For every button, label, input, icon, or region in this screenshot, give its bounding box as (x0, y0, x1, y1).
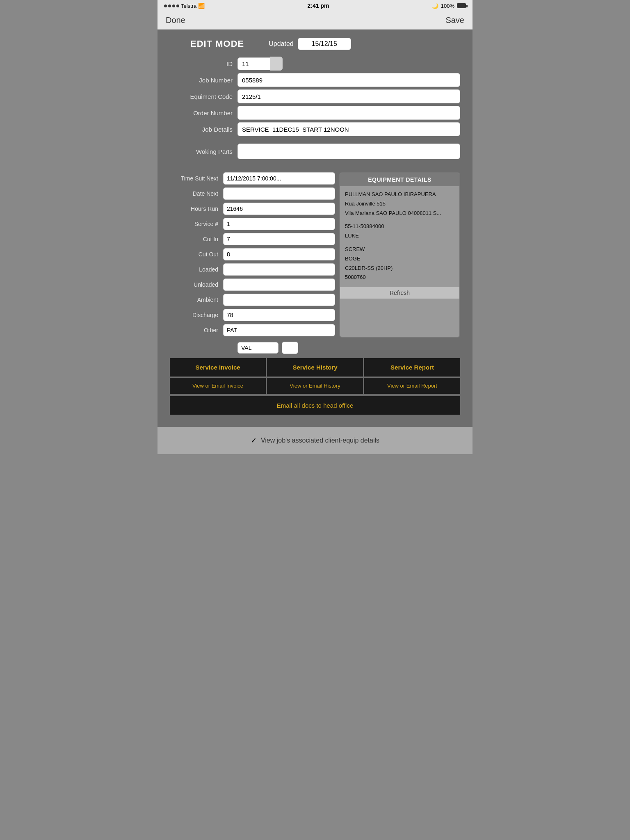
view-email-history-button[interactable]: View or Email History (267, 378, 363, 394)
action-primary-grid: Service Invoice Service History Service … (170, 358, 460, 377)
equip-line6: SCREW (345, 245, 454, 254)
order-number-input[interactable] (237, 106, 460, 120)
date-next-row: Date Next (170, 187, 335, 200)
equipment-details-body: PULLMAN SAO PAULO IBIRAPUERA Rua Joinvil… (340, 186, 459, 287)
ambient-input[interactable] (223, 294, 335, 306)
hours-run-row: Hours Run (170, 203, 335, 215)
left-column: Time Suit Next Date Next Hours Run Servi… (170, 172, 335, 338)
equip-line5: LUKE (345, 232, 454, 240)
working-parts-label: Woking Parts (170, 148, 237, 155)
service-invoice-button[interactable]: Service Invoice (170, 358, 266, 377)
unloaded-row: Unloaded (170, 278, 335, 291)
carrier-label: Telstra (181, 3, 196, 9)
equipment-code-input[interactable] (237, 89, 460, 103)
equip-line1: PULLMAN SAO PAULO IBIRAPUERA (345, 190, 454, 199)
job-number-input[interactable] (237, 73, 460, 87)
main-content: EDIT MODE Updated ID Job Number Equiment… (158, 30, 472, 427)
job-details-row: Job Details (170, 122, 460, 136)
bottom-bar-text[interactable]: View job's associated client-equip detai… (261, 437, 379, 444)
id-tab (270, 57, 283, 71)
val-input[interactable] (237, 342, 278, 354)
other-input[interactable] (223, 324, 335, 336)
val-row (237, 342, 460, 354)
cut-out-row: Cut Out (170, 248, 335, 260)
cut-in-row: Cut In (170, 233, 335, 245)
equip-line3: Vila Mariana SAO PAULO 04008011 S... (345, 209, 454, 218)
job-number-row: Job Number (170, 73, 460, 87)
nav-bar: Done Save (158, 11, 472, 30)
refresh-button[interactable]: Refresh (340, 287, 459, 299)
signal-dots (164, 5, 179, 7)
job-details-input[interactable] (237, 122, 460, 136)
unloaded-label: Unloaded (170, 281, 223, 288)
time-suit-next-row: Time Suit Next (170, 172, 335, 185)
status-bar: Telstra 📶 2:41 pm 🌙 100% (158, 0, 472, 11)
status-right: 🌙 100% (432, 3, 466, 9)
cut-in-input[interactable] (223, 233, 335, 245)
cut-in-label: Cut In (170, 236, 223, 242)
status-left: Telstra 📶 (164, 3, 205, 9)
service-report-button[interactable]: Service Report (364, 358, 460, 377)
id-input[interactable] (237, 57, 270, 70)
working-parts-input[interactable] (237, 144, 460, 159)
cut-out-input[interactable] (223, 248, 335, 260)
view-email-report-button[interactable]: View or Email Report (364, 378, 460, 394)
equipment-code-row: Equiment Code (170, 89, 460, 103)
job-details-label: Job Details (170, 126, 237, 133)
hours-run-label: Hours Run (170, 205, 223, 212)
ambient-label: Ambient (170, 297, 223, 303)
service-num-input[interactable] (223, 218, 335, 230)
equipment-details-panel: EQUIPMENT DETAILS PULLMAN SAO PAULO IBIR… (339, 172, 460, 338)
done-button[interactable]: Done (166, 16, 185, 25)
updated-label: Updated (269, 40, 294, 48)
time-label: 2:41 pm (308, 2, 329, 9)
date-next-input[interactable] (223, 187, 335, 200)
time-suit-next-label: Time Suit Next (170, 175, 223, 182)
id-row: ID (170, 57, 460, 71)
equipment-code-label: Equiment Code (170, 93, 237, 100)
action-secondary-grid: View or Email Invoice View or Email Hist… (170, 378, 460, 394)
email-all-button[interactable]: Email all docs to head office (170, 396, 460, 415)
edit-mode-label: EDIT MODE (190, 39, 244, 49)
lower-section: Time Suit Next Date Next Hours Run Servi… (170, 172, 460, 338)
discharge-row: Discharge (170, 309, 335, 321)
other-row: Other (170, 324, 335, 336)
service-num-label: Service # (170, 221, 223, 227)
service-history-button[interactable]: Service History (267, 358, 363, 377)
order-number-row: Order Number (170, 106, 460, 120)
unloaded-input[interactable] (223, 278, 335, 291)
equipment-details-header: EQUIPMENT DETAILS (340, 173, 459, 186)
discharge-input[interactable] (223, 309, 335, 321)
other-label: Other (170, 327, 223, 333)
time-suit-next-input[interactable] (223, 172, 335, 185)
loaded-label: Loaded (170, 266, 223, 273)
cut-out-label: Cut Out (170, 251, 223, 258)
equip-line2: Rua Joinville 515 (345, 200, 454, 208)
equip-line7: BOGE (345, 255, 454, 263)
equip-line9: 5080760 (345, 273, 454, 282)
wifi-icon: 📶 (198, 3, 205, 9)
equip-line4: 55-11-50884000 (345, 222, 454, 231)
view-email-invoice-button[interactable]: View or Email Invoice (170, 378, 266, 394)
save-button[interactable]: Save (445, 16, 464, 25)
job-number-label: Job Number (170, 77, 237, 84)
moon-icon: 🌙 (432, 3, 438, 9)
hours-run-input[interactable] (223, 203, 335, 215)
discharge-label: Discharge (170, 312, 223, 318)
equip-line8: C20LDR-SS (20HP) (345, 264, 454, 273)
order-number-label: Order Number (170, 110, 237, 116)
checkmark-icon: ✓ (251, 436, 257, 445)
loaded-input[interactable] (223, 263, 335, 276)
id-label: ID (170, 60, 237, 67)
battery-icon (457, 3, 466, 8)
val-extra-field (282, 342, 298, 354)
bottom-bar: ✓ View job's associated client-equip det… (158, 427, 472, 454)
updated-input[interactable] (298, 38, 351, 50)
working-parts-row: Woking Parts (170, 144, 460, 159)
loaded-row: Loaded (170, 263, 335, 276)
service-num-row: Service # (170, 218, 335, 230)
date-next-label: Date Next (170, 190, 223, 197)
action-buttons-container: Service Invoice Service History Service … (170, 358, 460, 415)
battery-pct: 100% (441, 3, 454, 9)
ambient-row: Ambient (170, 294, 335, 306)
